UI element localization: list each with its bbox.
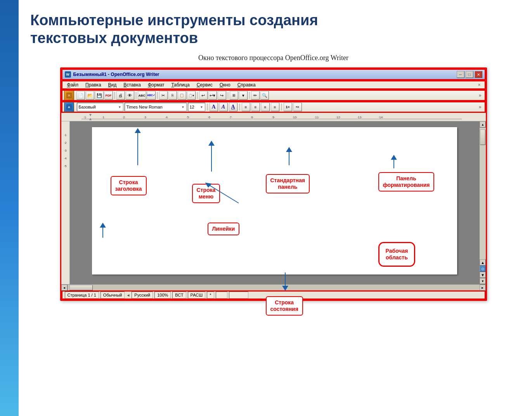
oo-document-area: ·1 ·2 ·3 ·4 ·5 ▲: [61, 121, 486, 284]
titlebar-left: W Безымянный1 - OpenOffice.org Writer: [65, 71, 159, 78]
svg-text:·3·: ·3·: [144, 116, 147, 119]
scroll-up-button[interactable]: ▲: [480, 121, 486, 128]
scroll-left-button[interactable]: ◄: [61, 285, 68, 291]
svg-text:·7·: ·7·: [229, 116, 232, 119]
btn-paste[interactable]: 📋: [178, 91, 186, 100]
menu-table[interactable]: Таблица: [168, 81, 193, 88]
status-zoom: 100%: [154, 292, 171, 299]
subtitle: Окно текстового процессора OpenOffice.or…: [30, 54, 516, 62]
oo-menubar: Файл Правка Вид Вставка Формат Таблица С…: [61, 80, 486, 90]
btn-new[interactable]: 📄: [76, 91, 85, 100]
btn-save[interactable]: 💾: [95, 91, 104, 100]
font-dropdown[interactable]: Times New Roman ▼: [125, 103, 187, 111]
scroll-nav-up[interactable]: ▲: [480, 259, 486, 266]
btn-table[interactable]: ⊞: [230, 91, 238, 100]
btn-find[interactable]: 🔍: [260, 91, 269, 100]
annotation-rulers: Линейки: [208, 223, 240, 235]
btn-preview[interactable]: 👁: [126, 91, 134, 100]
btn-pdf[interactable]: PDF: [104, 91, 113, 100]
toolbar-overflow[interactable]: »: [477, 92, 483, 99]
titlebar-buttons: ─ □ ✕: [457, 71, 482, 78]
fmt-sep-1: [207, 104, 208, 110]
oo-toolbar-standard: ≡ 📄 📂 💾 PDF 🖨 👁 ABC ABC✓ ✂ ⎘ 📋 📋▾ ↩: [61, 90, 486, 101]
oo-ruler-horizontal: ·1· ·1· ·2· ·3· ·4· ·5· ·6· ·7· ·8· ·9· …: [61, 113, 486, 121]
btn-align-justify[interactable]: ≡: [271, 103, 279, 111]
maximize-button[interactable]: □: [466, 71, 473, 78]
svg-text:·11·: ·11·: [314, 116, 319, 119]
btn-table-list[interactable]: ▾: [239, 91, 248, 100]
btn-spellcheck[interactable]: ABC: [138, 91, 146, 100]
fmt-overflow[interactable]: »: [477, 104, 483, 110]
status-block1: [216, 292, 227, 299]
menu-format[interactable]: Формат: [145, 81, 168, 88]
svg-text:·4·: ·4·: [165, 116, 168, 119]
btn-bullets[interactable]: •≡: [293, 103, 302, 111]
toolbar-sep-1: [114, 92, 115, 99]
scrollbar-thumb[interactable]: [480, 129, 485, 145]
btn-align-left[interactable]: ≡: [242, 103, 250, 111]
svg-text:·6·: ·6·: [208, 116, 211, 119]
menubar-close[interactable]: ×: [475, 81, 483, 88]
annotation-statusbar: Строкасостояния: [266, 296, 303, 316]
btn-autocorrect[interactable]: ABC✓: [147, 91, 156, 100]
menu-edit[interactable]: Правка: [82, 81, 104, 88]
toolbar-sep-5: [228, 92, 228, 99]
btn-underline[interactable]: A: [229, 103, 237, 111]
svg-text:·10·: ·10·: [292, 116, 297, 119]
oo-titlebar: W Безымянный1 - OpenOffice.org Writer ─ …: [61, 69, 486, 80]
btn-undo[interactable]: ↩: [199, 91, 208, 100]
font-value: Times New Roman: [127, 105, 163, 109]
btn-italic[interactable]: A: [219, 103, 228, 111]
annotation-titlebar: Строказаголовка: [111, 176, 147, 195]
svg-text:·9·: ·9·: [272, 116, 275, 119]
status-style: Обычный: [101, 292, 125, 299]
btn-bold[interactable]: A: [210, 103, 218, 111]
btn-print[interactable]: 🖨: [116, 91, 125, 100]
fmt-sep-3: [281, 104, 282, 110]
scroll-down-button[interactable]: ▼: [480, 278, 486, 284]
status-insert: ВСТ: [172, 292, 186, 299]
minimize-button[interactable]: ─: [457, 71, 464, 78]
btn-align-right[interactable]: ≡: [261, 103, 270, 111]
scroll-right-button[interactable]: ►: [480, 285, 486, 291]
menu-insert[interactable]: Вставка: [120, 81, 144, 88]
size-dropdown[interactable]: 12 ▼: [188, 103, 205, 111]
menu-window[interactable]: Окно: [217, 81, 234, 88]
oo-ruler-vertical: ·1 ·2 ·3 ·4 ·5: [61, 121, 70, 284]
scroll-nav-down[interactable]: ▼: [480, 272, 486, 278]
btn-open[interactable]: 📂: [86, 91, 94, 100]
svg-text:·1·: ·1·: [83, 116, 87, 119]
hscrollbar-track[interactable]: [68, 285, 480, 290]
title-line2: текстовых документов: [30, 30, 198, 46]
hscrollbar-thumb[interactable]: [69, 285, 93, 290]
btn-paste-special[interactable]: 📋▾: [187, 91, 196, 100]
titlebar-title: Безымянный1 - OpenOffice.org Writer: [73, 72, 159, 77]
svg-text:A: A: [68, 105, 70, 109]
svg-text:≡: ≡: [68, 94, 70, 97]
status-block2: [229, 292, 248, 299]
btn-align-center[interactable]: ≡: [251, 103, 260, 111]
menu-help[interactable]: Справка: [234, 81, 259, 88]
toolbar-sep-6: [249, 92, 250, 99]
toolbar-sep-2: [136, 92, 136, 99]
menu-tools[interactable]: Сервис: [194, 81, 216, 88]
btn-copy[interactable]: ⎘: [168, 91, 177, 100]
btn-numbering[interactable]: 1≡: [284, 103, 292, 111]
style-dropdown-arrow: ▼: [118, 105, 121, 109]
menu-file[interactable]: Файл: [64, 81, 82, 88]
menu-view[interactable]: Вид: [105, 81, 120, 88]
close-button[interactable]: ✕: [475, 71, 482, 78]
btn-redo[interactable]: ↪: [218, 91, 226, 100]
btn-cut[interactable]: ✂: [159, 91, 168, 100]
scrollbar-track[interactable]: [480, 128, 486, 259]
style-dropdown[interactable]: Базовый ▼: [77, 103, 123, 111]
btn-undo-list[interactable]: ↩▾: [208, 91, 217, 100]
fmt-sep-2: [239, 104, 240, 110]
svg-text:·2·: ·2·: [122, 116, 126, 119]
oo-toolbar-formatting: A Базовый ▼ Times New Roman ▼ 12 ▼ A A A: [61, 101, 486, 113]
size-value: 12: [190, 105, 194, 109]
btn-draw[interactable]: ✏: [251, 91, 260, 100]
ruler-mark-4: ·4: [64, 154, 67, 162]
toolbar-sep-3: [157, 92, 158, 99]
scroll-nav-dot[interactable]: ⊙: [480, 266, 486, 272]
